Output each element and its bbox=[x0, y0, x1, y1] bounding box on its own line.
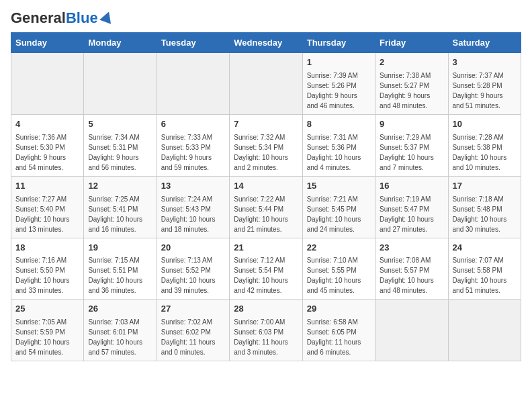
day-number: 7 bbox=[234, 118, 298, 131]
day-info: Sunrise: 7:21 AMSunset: 5:45 PMDaylight:… bbox=[307, 194, 371, 234]
calendar-cell: 16Sunrise: 7:19 AMSunset: 5:47 PMDayligh… bbox=[375, 176, 448, 238]
calendar-cell bbox=[448, 300, 521, 361]
calendar-cell: 5Sunrise: 7:34 AMSunset: 5:31 PMDaylight… bbox=[84, 114, 157, 176]
day-info: Sunrise: 7:13 AMSunset: 5:52 PMDaylight:… bbox=[161, 255, 225, 295]
day-info: Sunrise: 7:07 AMSunset: 5:58 PMDaylight:… bbox=[453, 255, 517, 295]
day-number: 4 bbox=[15, 118, 79, 131]
day-number: 21 bbox=[234, 242, 298, 255]
calendar-cell: 18Sunrise: 7:16 AMSunset: 5:50 PMDayligh… bbox=[11, 238, 84, 300]
calendar-cell bbox=[230, 53, 302, 115]
calendar-cell: 13Sunrise: 7:24 AMSunset: 5:43 PMDayligh… bbox=[157, 176, 229, 238]
day-number: 24 bbox=[453, 242, 517, 255]
weekday-header: Sunday bbox=[11, 33, 84, 53]
calendar-cell: 24Sunrise: 7:07 AMSunset: 5:58 PMDayligh… bbox=[448, 238, 521, 300]
day-number: 27 bbox=[161, 303, 225, 316]
logo-icon bbox=[99, 10, 114, 25]
calendar-cell: 15Sunrise: 7:21 AMSunset: 5:45 PMDayligh… bbox=[302, 176, 375, 238]
day-info: Sunrise: 7:15 AMSunset: 5:51 PMDaylight:… bbox=[88, 255, 152, 295]
day-number: 17 bbox=[453, 180, 517, 193]
calendar-cell bbox=[157, 53, 229, 115]
day-info: Sunrise: 7:38 AMSunset: 5:27 PMDaylight:… bbox=[380, 71, 443, 111]
day-number: 16 bbox=[380, 180, 443, 193]
day-number: 13 bbox=[161, 180, 225, 193]
calendar-cell: 29Sunrise: 6:58 AMSunset: 6:05 PMDayligh… bbox=[302, 300, 375, 361]
day-info: Sunrise: 7:02 AMSunset: 6:02 PMDaylight:… bbox=[161, 317, 225, 357]
logo-text: GeneralBlue bbox=[11, 11, 98, 26]
day-info: Sunrise: 7:25 AMSunset: 5:41 PMDaylight:… bbox=[88, 194, 152, 234]
day-info: Sunrise: 7:39 AMSunset: 5:26 PMDaylight:… bbox=[307, 71, 371, 111]
page-header: GeneralBlue bbox=[11, 11, 521, 26]
calendar-cell: 21Sunrise: 7:12 AMSunset: 5:54 PMDayligh… bbox=[230, 238, 302, 300]
calendar-cell: 28Sunrise: 7:00 AMSunset: 6:03 PMDayligh… bbox=[230, 300, 302, 361]
day-info: Sunrise: 7:28 AMSunset: 5:38 PMDaylight:… bbox=[453, 132, 517, 173]
day-info: Sunrise: 7:29 AMSunset: 5:37 PMDaylight:… bbox=[380, 132, 443, 173]
day-number: 26 bbox=[88, 303, 152, 316]
day-number: 19 bbox=[88, 242, 152, 255]
calendar-cell: 8Sunrise: 7:31 AMSunset: 5:36 PMDaylight… bbox=[302, 114, 375, 176]
day-number: 2 bbox=[380, 56, 443, 69]
day-number: 3 bbox=[453, 56, 517, 69]
weekday-header: Monday bbox=[84, 33, 157, 53]
day-number: 15 bbox=[307, 180, 371, 193]
day-info: Sunrise: 7:10 AMSunset: 5:55 PMDaylight:… bbox=[307, 255, 371, 295]
day-info: Sunrise: 7:05 AMSunset: 5:59 PMDaylight:… bbox=[15, 317, 79, 357]
day-info: Sunrise: 6:58 AMSunset: 6:05 PMDaylight:… bbox=[307, 317, 371, 357]
day-info: Sunrise: 7:24 AMSunset: 5:43 PMDaylight:… bbox=[161, 194, 225, 234]
calendar-week-row: 18Sunrise: 7:16 AMSunset: 5:50 PMDayligh… bbox=[11, 238, 521, 300]
weekday-header-row: SundayMondayTuesdayWednesdayThursdayFrid… bbox=[11, 33, 521, 53]
calendar-week-row: 4Sunrise: 7:36 AMSunset: 5:30 PMDaylight… bbox=[11, 114, 521, 176]
day-info: Sunrise: 7:16 AMSunset: 5:50 PMDaylight:… bbox=[15, 255, 79, 295]
calendar-cell: 14Sunrise: 7:22 AMSunset: 5:44 PMDayligh… bbox=[230, 176, 302, 238]
weekday-header: Tuesday bbox=[157, 33, 229, 53]
logo: GeneralBlue bbox=[11, 11, 114, 26]
calendar-cell bbox=[375, 300, 448, 361]
day-info: Sunrise: 7:31 AMSunset: 5:36 PMDaylight:… bbox=[307, 132, 371, 173]
day-number: 12 bbox=[88, 180, 152, 193]
calendar-cell: 9Sunrise: 7:29 AMSunset: 5:37 PMDaylight… bbox=[375, 114, 448, 176]
day-info: Sunrise: 7:32 AMSunset: 5:34 PMDaylight:… bbox=[234, 132, 298, 173]
day-number: 23 bbox=[380, 242, 443, 255]
calendar-cell: 17Sunrise: 7:18 AMSunset: 5:48 PMDayligh… bbox=[448, 176, 521, 238]
weekday-header: Thursday bbox=[302, 33, 375, 53]
day-info: Sunrise: 7:08 AMSunset: 5:57 PMDaylight:… bbox=[380, 255, 443, 295]
calendar-cell: 1Sunrise: 7:39 AMSunset: 5:26 PMDaylight… bbox=[302, 53, 375, 115]
day-number: 20 bbox=[161, 242, 225, 255]
day-info: Sunrise: 7:34 AMSunset: 5:31 PMDaylight:… bbox=[88, 132, 152, 173]
calendar-cell: 7Sunrise: 7:32 AMSunset: 5:34 PMDaylight… bbox=[230, 114, 302, 176]
day-info: Sunrise: 7:36 AMSunset: 5:30 PMDaylight:… bbox=[15, 132, 79, 173]
calendar-week-row: 1Sunrise: 7:39 AMSunset: 5:26 PMDaylight… bbox=[11, 53, 521, 115]
day-number: 18 bbox=[15, 242, 79, 255]
calendar-cell: 12Sunrise: 7:25 AMSunset: 5:41 PMDayligh… bbox=[84, 176, 157, 238]
calendar-cell: 26Sunrise: 7:03 AMSunset: 6:01 PMDayligh… bbox=[84, 300, 157, 361]
day-number: 28 bbox=[234, 303, 298, 316]
calendar-table: SundayMondayTuesdayWednesdayThursdayFrid… bbox=[11, 32, 521, 361]
calendar-week-row: 11Sunrise: 7:27 AMSunset: 5:40 PMDayligh… bbox=[11, 176, 521, 238]
calendar-cell: 3Sunrise: 7:37 AMSunset: 5:28 PMDaylight… bbox=[448, 53, 521, 115]
calendar-cell: 10Sunrise: 7:28 AMSunset: 5:38 PMDayligh… bbox=[448, 114, 521, 176]
calendar-cell: 11Sunrise: 7:27 AMSunset: 5:40 PMDayligh… bbox=[11, 176, 84, 238]
day-number: 10 bbox=[453, 118, 517, 131]
day-info: Sunrise: 7:18 AMSunset: 5:48 PMDaylight:… bbox=[453, 194, 517, 234]
calendar-cell: 23Sunrise: 7:08 AMSunset: 5:57 PMDayligh… bbox=[375, 238, 448, 300]
calendar-cell: 25Sunrise: 7:05 AMSunset: 5:59 PMDayligh… bbox=[11, 300, 84, 361]
calendar-cell bbox=[11, 53, 84, 115]
day-number: 25 bbox=[15, 303, 79, 316]
weekday-header: Friday bbox=[375, 33, 448, 53]
calendar-cell: 20Sunrise: 7:13 AMSunset: 5:52 PMDayligh… bbox=[157, 238, 229, 300]
calendar-cell: 22Sunrise: 7:10 AMSunset: 5:55 PMDayligh… bbox=[302, 238, 375, 300]
calendar-week-row: 25Sunrise: 7:05 AMSunset: 5:59 PMDayligh… bbox=[11, 300, 521, 361]
day-info: Sunrise: 7:03 AMSunset: 6:01 PMDaylight:… bbox=[88, 317, 152, 357]
day-number: 22 bbox=[307, 242, 371, 255]
day-number: 11 bbox=[15, 180, 79, 193]
day-info: Sunrise: 7:19 AMSunset: 5:47 PMDaylight:… bbox=[380, 194, 443, 234]
calendar-cell: 2Sunrise: 7:38 AMSunset: 5:27 PMDaylight… bbox=[375, 53, 448, 115]
day-info: Sunrise: 7:33 AMSunset: 5:33 PMDaylight:… bbox=[161, 132, 225, 173]
day-number: 6 bbox=[161, 118, 225, 131]
day-number: 9 bbox=[380, 118, 443, 131]
svg-marker-0 bbox=[99, 10, 114, 24]
day-number: 14 bbox=[234, 180, 298, 193]
calendar-cell bbox=[84, 53, 157, 115]
weekday-header: Wednesday bbox=[230, 33, 302, 53]
day-number: 5 bbox=[88, 118, 152, 131]
weekday-header: Saturday bbox=[448, 33, 521, 53]
